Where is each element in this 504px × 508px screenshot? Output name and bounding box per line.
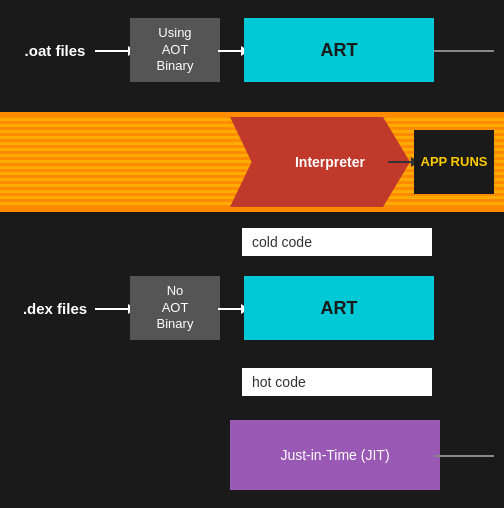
app-runs-box: APP RUNS: [414, 130, 494, 194]
hot-code-label: hot code: [242, 368, 432, 396]
dex-files-label: .dex files: [10, 300, 100, 317]
dex-arrow: [95, 308, 135, 310]
dex-section: .dex files NoAOTBinary ART: [0, 268, 504, 348]
app-runs-label: APP RUNS: [421, 154, 488, 170]
jit-right-line: [434, 455, 494, 457]
interpreter-section: Interpreter APP RUNS: [0, 112, 504, 212]
art-box-1: ART: [244, 18, 434, 82]
no-aot-label: NoAOTBinary: [157, 283, 194, 334]
jit-label: Just-in-Time (JIT): [280, 447, 389, 463]
art-label-2: ART: [321, 298, 358, 319]
cold-code-label: cold code: [242, 228, 432, 256]
jit-box: Just-in-Time (JIT): [230, 420, 440, 490]
art-box-2: ART: [244, 276, 434, 340]
aot-binary-label: UsingAOTBinary: [157, 25, 194, 76]
aot-binary-box: UsingAOTBinary: [130, 18, 220, 82]
interpreter-box: Interpreter: [230, 117, 410, 207]
oat-arrow: [95, 50, 135, 52]
art1-right-line: [434, 50, 494, 52]
interpreter-label: Interpreter: [295, 154, 365, 170]
oat-files-label: .oat files: [10, 42, 100, 59]
art-label-1: ART: [321, 40, 358, 61]
oat-section: .oat files UsingAOTBinary ART: [0, 10, 504, 90]
no-aot-box: NoAOTBinary: [130, 276, 220, 340]
